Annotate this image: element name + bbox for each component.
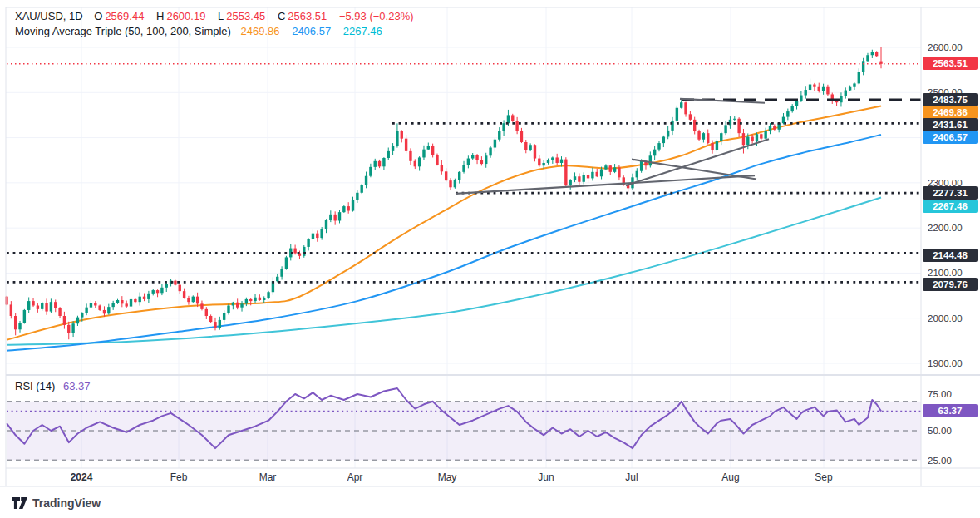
candle-body: [147, 294, 150, 299]
candle-body: [152, 290, 155, 294]
trendline[interactable]: [456, 175, 755, 194]
time-axis[interactable]: 2024FebMarAprMayJunJulAugSep: [0, 468, 921, 486]
candle-body: [263, 298, 265, 300]
candle-body: [822, 87, 825, 91]
symbol-legend[interactable]: XAU/USD, 1D O2569.44 H2600.19 L2553.45 C…: [15, 10, 416, 22]
price-axis[interactable]: 2600.002500.002300.002200.002100.002000.…: [921, 0, 980, 486]
candle-body: [760, 134, 762, 138]
candle-body: [293, 249, 296, 254]
candle-body: [165, 284, 168, 287]
candle-body: [471, 155, 474, 158]
candle-body: [240, 303, 243, 307]
candle-body: [653, 150, 656, 156]
candle-body: [63, 316, 66, 325]
candle-body: [773, 126, 776, 129]
price-axis-label: 2000.00: [928, 313, 963, 323]
candle-body: [183, 291, 185, 298]
candle-body: [769, 126, 771, 131]
candle-body: [737, 119, 740, 133]
candle-body: [475, 155, 478, 160]
candle-body: [54, 302, 57, 308]
candle-body: [103, 310, 106, 313]
ma200-value: 2267.46: [343, 25, 382, 37]
candle-body: [809, 85, 811, 91]
candle-body: [254, 298, 256, 301]
candle-body: [862, 61, 864, 72]
candle-body: [325, 220, 327, 229]
candle-body: [875, 52, 878, 56]
candle-body: [107, 307, 110, 313]
candle-body: [507, 115, 510, 123]
candle-body: [90, 303, 92, 307]
candle-body: [276, 277, 278, 281]
candle-body: [689, 114, 692, 120]
ma-line-ma50: [7, 106, 881, 340]
candle-body: [746, 136, 749, 145]
ohlc-close-label: C: [278, 10, 285, 22]
trendline[interactable]: [632, 160, 756, 180]
tradingview-icon: [12, 497, 27, 510]
candle-body: [454, 180, 456, 188]
candle-body: [583, 175, 585, 182]
ma-indicator-title: Moving Average Triple (50, 100, 200, Sim…: [15, 25, 231, 37]
candle-body: [520, 131, 523, 142]
candle-body: [662, 136, 665, 143]
candle-body: [724, 125, 726, 133]
candle-body: [14, 316, 17, 329]
candle-body: [578, 176, 580, 182]
candle-body: [18, 323, 21, 329]
candle-body: [733, 119, 736, 120]
candle-body: [657, 143, 660, 150]
candle-body: [98, 306, 101, 310]
candle-body: [209, 316, 212, 322]
candle-body: [684, 102, 687, 114]
price-axis-badge: 2469.86: [923, 106, 978, 119]
candle-body: [764, 131, 766, 139]
candle-body: [156, 290, 159, 293]
candle-body: [352, 200, 354, 210]
candle-body: [431, 146, 434, 155]
candle-body: [303, 247, 305, 256]
chart-canvas[interactable]: [0, 0, 980, 518]
candle-body: [160, 288, 163, 294]
candle-body: [467, 159, 470, 165]
candle-body: [524, 142, 527, 150]
candle-body: [382, 158, 385, 166]
candle-body: [591, 172, 593, 179]
ohlc-low-label: L: [218, 10, 224, 22]
candle-body: [111, 303, 114, 307]
grid-layer: [6, 7, 921, 468]
time-axis-label: 2024: [71, 471, 93, 483]
candle-body: [564, 160, 567, 185]
tradingview-watermark[interactable]: TradingView: [12, 496, 101, 510]
candle-body: [401, 131, 403, 138]
time-axis-label: Jul: [625, 471, 638, 483]
price-axis-label: 2200.00: [928, 223, 963, 233]
candle-body: [445, 171, 447, 180]
candle-body: [534, 145, 536, 158]
candle-body: [387, 151, 390, 158]
candle-body: [636, 171, 638, 178]
change-value: −5.93 (−0.23%): [339, 10, 414, 22]
candle-body: [707, 133, 709, 143]
rsi-indicator-legend[interactable]: RSI (14) 63.37: [15, 380, 93, 392]
price-axis-badge: 2144.48: [923, 249, 978, 262]
candle-body: [338, 212, 341, 220]
moving-averages-layer: [7, 106, 881, 351]
candle-body: [365, 176, 367, 185]
ohlc-high-label: H: [156, 10, 164, 22]
price-axis-badge: 2563.51: [923, 57, 978, 70]
candle-body: [574, 176, 576, 180]
candle-body: [71, 323, 74, 333]
candle-body: [316, 234, 318, 238]
candle-body: [756, 134, 758, 141]
ohlc-low-value: 2553.45: [226, 10, 265, 22]
time-axis-label: Aug: [721, 471, 739, 483]
candle-body: [50, 302, 52, 311]
ma-indicator-legend[interactable]: Moving Average Triple (50, 100, 200, Sim…: [15, 25, 385, 37]
candle-body: [333, 215, 336, 221]
candle-body: [436, 155, 438, 165]
candle-body: [67, 325, 70, 333]
rsi-axis-label: 50.00: [928, 426, 952, 436]
candle-body: [502, 123, 505, 131]
